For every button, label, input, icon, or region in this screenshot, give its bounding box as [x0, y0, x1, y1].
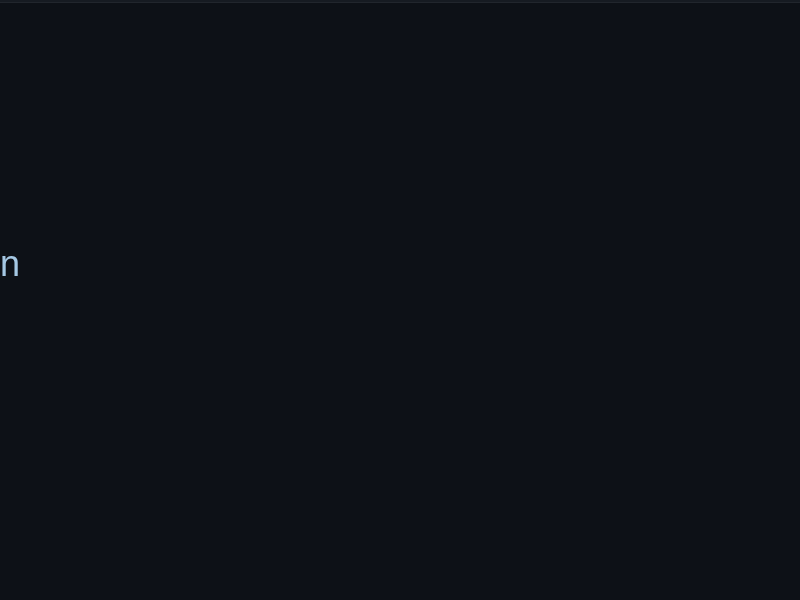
code-content: branch_main uses: documentcloud-addon-wo… [0, 128, 540, 600]
code-editor[interactable]: branch_main uses: documentcloud-addon-wo… [0, 16, 800, 600]
code-line: branch_main [0, 239, 540, 295]
editor-top-border [0, 0, 800, 3]
